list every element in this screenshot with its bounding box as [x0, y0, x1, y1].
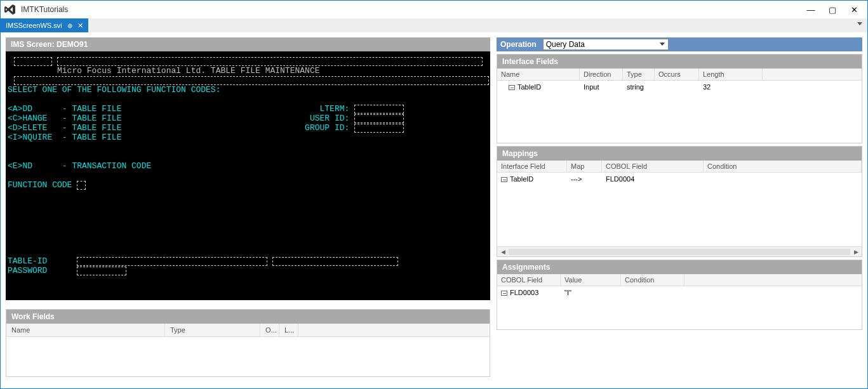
cell-condition: [704, 174, 862, 184]
table-row[interactable]: FLD0003 "I": [497, 286, 862, 299]
ims-screen-header: IMS Screen: DEMO91: [6, 37, 490, 51]
operation-select[interactable]: Query Data: [543, 39, 669, 50]
assignments-panel: Assignments COBOL Field Value Condition …: [497, 260, 862, 330]
table-row[interactable]: TableID Input string 32: [497, 81, 862, 93]
fn-inquire: <I>NQUIRE - TABLE FILE: [8, 133, 121, 142]
cell-map: --->: [567, 174, 602, 184]
close-icon[interactable]: ✕: [77, 22, 83, 30]
col-l[interactable]: L...: [279, 324, 298, 336]
collapse-icon[interactable]: [509, 85, 515, 90]
interface-fields-header: Interface Fields: [497, 55, 862, 69]
lbl-tableid: TABLE-ID: [8, 256, 47, 266]
fn-delete: <D>ELETE - TABLE FILE: [8, 123, 121, 133]
tab-imsscreenws[interactable]: IMSScreenWS.svi ⊕ ✕: [1, 18, 88, 32]
collapse-icon[interactable]: [501, 177, 507, 182]
col-name[interactable]: Name: [6, 324, 165, 336]
window-controls: — ▢ ✕: [800, 2, 865, 17]
col-cobol[interactable]: COBOL Field: [497, 274, 561, 286]
col-o[interactable]: O...: [260, 324, 279, 336]
col-cobol[interactable]: COBOL Field: [602, 161, 704, 172]
cell-length: 32: [699, 82, 763, 92]
col-type[interactable]: Type: [165, 324, 260, 336]
col-value[interactable]: Value: [561, 274, 621, 286]
fn-add: <A>DD - TABLE FILE: [8, 104, 121, 114]
operation-label: Operation: [500, 40, 537, 49]
cell-name: TableID: [517, 83, 541, 91]
cell-direction: Input: [580, 82, 623, 92]
rt-user: USER ID:: [310, 114, 349, 123]
collapse-icon[interactable]: [501, 291, 507, 296]
work-fields-columns: Name Type O... L...: [6, 324, 490, 337]
scroll-right-icon[interactable]: ▶: [851, 248, 860, 256]
fn-end: <E>ND - TRANSACTION CODE: [8, 161, 151, 171]
main-area: IMS Screen: DEMO91 Micro Focus Internati…: [1, 32, 867, 388]
cell-occurs: [655, 82, 699, 92]
cell-cobol: FLD0004: [602, 174, 704, 184]
col-length[interactable]: Length: [699, 69, 763, 80]
scroll-track[interactable]: [509, 249, 850, 255]
terminal-screen[interactable]: Micro Focus International Ltd. TABLE FIL…: [6, 51, 490, 300]
assignments-header: Assignments: [497, 260, 862, 274]
operation-bar: Operation Query Data: [497, 37, 862, 51]
mappings-panel: Mappings Interface Field Map COBOL Field…: [497, 146, 862, 257]
col-occurs[interactable]: Occurs: [655, 69, 699, 80]
minimize-button[interactable]: —: [800, 2, 822, 17]
tab-strip: IMSScreenWS.svi ⊕ ✕: [1, 18, 867, 32]
work-fields-header: Work Fields: [6, 310, 490, 324]
work-fields-panel: Work Fields Name Type O... L...: [6, 309, 490, 377]
cell-cobol: FLD0003: [510, 289, 538, 296]
rt-group: GROUP ID:: [305, 123, 349, 133]
cell-condition: [621, 287, 684, 298]
lbl-funccode: FUNCTION CODE: [8, 180, 72, 190]
assignments-grid[interactable]: COBOL Field Value Condition FLD0003 "I": [497, 274, 862, 329]
maximize-button[interactable]: ▢: [822, 2, 843, 17]
banner-line: Micro Focus International Ltd. TABLE FIL…: [57, 66, 319, 76]
col-ifield[interactable]: Interface Field: [497, 161, 567, 172]
pin-icon[interactable]: ⊕: [67, 22, 72, 29]
visual-studio-icon: [3, 4, 17, 15]
mappings-header: Mappings: [497, 147, 862, 161]
col-direction[interactable]: Direction: [580, 69, 623, 80]
interface-fields-grid[interactable]: Name Direction Type Occurs Length TableI…: [497, 69, 862, 143]
cell-type: string: [623, 82, 655, 92]
fn-change: <C>HANGE - TABLE FILE: [8, 114, 121, 123]
col-condition[interactable]: Condition: [704, 161, 862, 172]
col-condition[interactable]: Condition: [621, 274, 684, 286]
scroll-left-icon[interactable]: ◀: [498, 248, 507, 256]
col-name[interactable]: Name: [497, 69, 580, 80]
window-title: IMTKTutorials: [21, 5, 800, 14]
col-map[interactable]: Map: [567, 161, 602, 172]
col-type[interactable]: Type: [623, 69, 655, 80]
title-bar: IMTKTutorials — ▢ ✕: [1, 1, 867, 18]
cell-value: "I": [561, 287, 621, 298]
work-fields-body[interactable]: [6, 337, 490, 376]
table-row[interactable]: TableID ---> FLD0004: [497, 173, 862, 185]
select-line: SELECT ONE OF THE FOLLOWING FUNCTION COD…: [8, 85, 220, 95]
horizontal-scrollbar[interactable]: ◀ ▶: [497, 246, 862, 256]
left-column: IMS Screen: DEMO91 Micro Focus Internati…: [6, 37, 490, 383]
mappings-grid[interactable]: Interface Field Map COBOL Field Conditio…: [497, 161, 862, 256]
interface-fields-panel: Interface Fields Name Direction Type Occ…: [497, 54, 862, 143]
tab-label: IMSScreenWS.svi: [6, 22, 62, 29]
lbl-password: PASSWORD: [8, 266, 47, 275]
operation-value: Query Data: [546, 40, 585, 49]
right-column: Operation Query Data Interface Fields Na…: [497, 37, 862, 383]
rt-lterm: LTERM:: [320, 104, 350, 114]
cell-ifield: TableID: [510, 175, 533, 183]
close-button[interactable]: ✕: [843, 2, 865, 17]
